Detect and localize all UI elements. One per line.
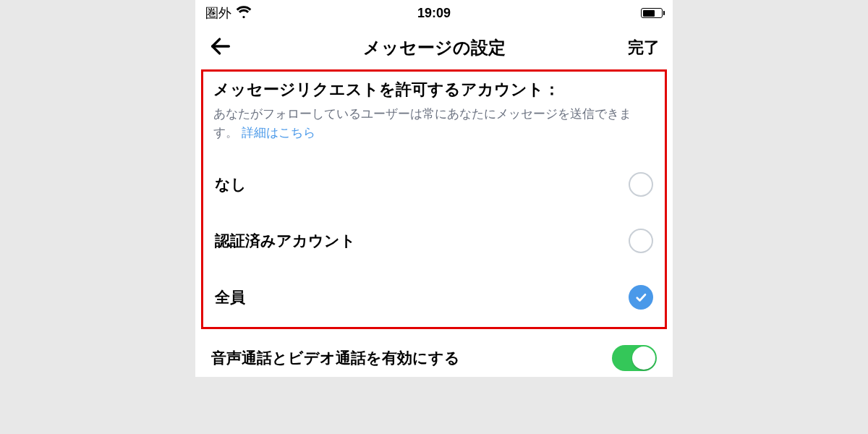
option-everyone-label: 全員: [215, 287, 245, 307]
status-time: 19:09: [417, 6, 451, 21]
battery-icon: [641, 8, 663, 18]
radio-checked-icon: [629, 285, 653, 310]
av-calls-label: 音声通話とビデオ通話を有効にする: [211, 348, 460, 368]
option-none-label: なし: [215, 174, 247, 195]
option-none[interactable]: なし: [213, 156, 655, 213]
learn-more-link[interactable]: 詳細はこちら: [242, 126, 315, 140]
status-left: 圏外: [205, 4, 252, 23]
option-verified[interactable]: 認証済みアカウント: [213, 213, 655, 269]
message-request-section: メッセージリクエストを許可するアカウント： あなたがフォローしているユーザーは常…: [201, 69, 667, 329]
status-right: [641, 8, 663, 18]
radio-unchecked-icon: [629, 229, 653, 253]
toggle-knob: [632, 346, 655, 370]
phone-screen: 圏外 19:09 メッセージの設定 完了 メッセージリクエストを許可するアカウン…: [195, 0, 673, 377]
battery-fill: [643, 10, 655, 17]
section-description: あなたがフォローしているユーザーは常にあなたにメッセージを送信できます。 詳細は…: [213, 105, 655, 142]
carrier-text: 圏外: [205, 4, 231, 22]
radio-unchecked-icon: [629, 172, 653, 197]
done-button[interactable]: 完了: [628, 37, 660, 59]
option-everyone[interactable]: 全員: [213, 269, 655, 314]
av-calls-toggle[interactable]: [612, 345, 657, 371]
option-verified-label: 認証済みアカウント: [215, 231, 356, 251]
wifi-icon: [236, 4, 252, 23]
page-title: メッセージの設定: [363, 36, 506, 59]
av-calls-row: 音声通話とビデオ通話を有効にする: [195, 329, 673, 377]
status-bar: 圏外 19:09: [195, 0, 673, 26]
back-button[interactable]: [208, 34, 233, 61]
nav-bar: メッセージの設定 完了: [195, 26, 673, 69]
section-title: メッセージリクエストを許可するアカウント：: [213, 79, 655, 101]
